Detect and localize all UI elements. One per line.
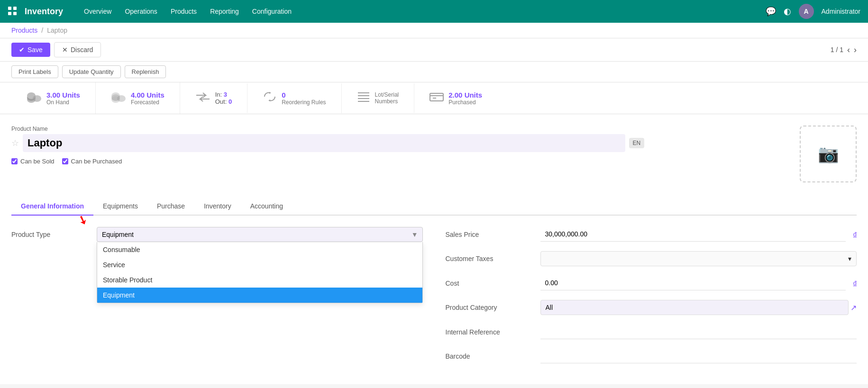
stat-purchased[interactable]: 2.00 Units Purchased	[414, 83, 497, 113]
cost-currency[interactable]: đ	[853, 280, 857, 287]
reorder-icon	[263, 91, 277, 105]
product-category-label: Product Category	[446, 304, 540, 311]
lang-badge[interactable]: EN	[629, 138, 645, 148]
pagination: 1 / 1 ‹ ›	[831, 45, 857, 55]
product-category-select[interactable]: All	[540, 300, 849, 315]
taxes-arrow-icon: ▾	[848, 255, 851, 262]
barcode-label: Barcode	[446, 352, 540, 360]
forecasted-value: 4.00 Units	[131, 91, 164, 99]
stat-in-out[interactable]: In: 3 Out: 0	[180, 83, 247, 113]
product-type-control: Consumable Service Storable Product Equi…	[97, 227, 423, 242]
in-out-values: In: 3 Out: 0	[215, 91, 232, 105]
discard-button[interactable]: ✕ Discard	[54, 42, 101, 57]
check-icon: ✔	[19, 46, 25, 54]
svg-point-7	[33, 95, 41, 102]
tab-left: Product Type Consumable Service Storable…	[11, 227, 423, 373]
purchased-label: Purchased	[448, 99, 482, 106]
tab-content: Product Type Consumable Service Storable…	[11, 216, 857, 384]
product-name-input: EN	[23, 134, 644, 152]
dropdown-list: Consumable Service Storable Product Equi…	[97, 242, 423, 303]
breadcrumb-products[interactable]: Products	[11, 27, 37, 34]
forecasted-icon	[111, 90, 126, 106]
tab-accounting[interactable]: Accounting	[241, 198, 292, 216]
nav-right: 💬 ◐ A Administrator	[766, 4, 860, 19]
lot-serial-values: Lot/SerialNumbers	[375, 91, 399, 105]
on-hand-value: 3.00 Units	[46, 91, 80, 99]
next-button[interactable]: ›	[854, 45, 857, 55]
in-value: In: 3	[215, 91, 232, 98]
stat-reordering[interactable]: 0 Reordering Rules	[247, 83, 341, 113]
out-value: Out: 0	[215, 98, 232, 105]
stat-forecasted[interactable]: 4.00 Units Forecasted	[96, 82, 180, 114]
tab-right: Sales Price đ Customer Taxes ▾ Cost	[446, 227, 857, 373]
dropdown-storable-product[interactable]: Storable Product	[97, 272, 422, 288]
svg-rect-2	[8, 12, 11, 15]
cost-row: Cost đ	[446, 276, 857, 290]
product-type-select[interactable]: Consumable Service Storable Product Equi…	[97, 227, 423, 242]
nav-operations[interactable]: Operations	[119, 5, 163, 18]
update-quantity-button[interactable]: Update Quantity	[62, 65, 121, 78]
app-brand[interactable]: Inventory	[25, 7, 63, 17]
tab-inventory[interactable]: Inventory	[194, 198, 241, 216]
sales-price-input[interactable]	[540, 227, 846, 242]
replenish-button[interactable]: Replenish	[125, 65, 166, 78]
product-section: Product Name ☆ EN Can be Sold Can be Pur…	[11, 126, 857, 190]
can-be-sold-checkbox[interactable]: Can be Sold	[11, 158, 55, 165]
on-hand-label: On Hand	[46, 99, 80, 106]
camera-icon: 📷	[818, 144, 839, 164]
external-link-icon[interactable]: ↗	[850, 303, 857, 312]
on-hand-values: 3.00 Units On Hand	[46, 91, 80, 106]
taxes-field[interactable]: ▾	[540, 251, 857, 266]
transfer-icon	[195, 91, 210, 105]
nav-products[interactable]: Products	[165, 5, 202, 18]
sales-price-row: Sales Price đ	[446, 227, 857, 242]
lot-serial-label: Lot/SerialNumbers	[375, 91, 399, 105]
breadcrumb: Products / Laptop	[0, 23, 868, 38]
save-button[interactable]: ✔ Save	[11, 43, 50, 57]
svg-rect-3	[13, 12, 17, 15]
tab-equipments[interactable]: Equipments	[93, 198, 147, 216]
tab-purchase[interactable]: Purchase	[147, 198, 194, 216]
avatar[interactable]: A	[799, 4, 814, 19]
product-type-row: Product Type Consumable Service Storable…	[11, 227, 423, 242]
barcode-input[interactable]	[540, 349, 857, 363]
product-category-row: Product Category All ↗	[446, 300, 857, 315]
can-be-purchased-checkbox[interactable]: Can be Purchased	[62, 158, 122, 165]
dropdown-service[interactable]: Service	[97, 257, 422, 272]
print-labels-button[interactable]: Print Labels	[11, 65, 58, 78]
chat-icon[interactable]: 💬	[766, 6, 776, 17]
barcode-row: Barcode	[446, 349, 857, 363]
stat-lot-serial[interactable]: Lot/SerialNumbers	[342, 83, 415, 113]
prev-button[interactable]: ‹	[847, 45, 850, 55]
dropdown-equipment[interactable]: Equipment	[97, 288, 422, 303]
product-main: Product Name ☆ EN Can be Sold Can be Pur…	[11, 126, 788, 182]
dropdown-consumable[interactable]: Consumable	[97, 242, 422, 257]
product-image[interactable]: 📷	[800, 126, 857, 182]
svg-rect-0	[8, 7, 11, 10]
breadcrumb-separator: /	[41, 27, 43, 34]
customer-taxes-label: Customer Taxes	[446, 255, 540, 262]
grid-icon[interactable]	[8, 6, 17, 17]
product-name-field[interactable]	[23, 134, 625, 152]
clock-icon[interactable]: ◐	[784, 6, 791, 17]
forecasted-label: Forecasted	[131, 99, 164, 106]
cost-label: Cost	[446, 280, 540, 287]
cost-input[interactable]	[540, 276, 846, 290]
nav-configuration[interactable]: Configuration	[247, 5, 297, 18]
customer-taxes-value: ▾	[540, 251, 857, 266]
nav-overview[interactable]: Overview	[78, 5, 117, 18]
star-icon[interactable]: ☆	[11, 138, 19, 148]
barcode-value	[540, 349, 857, 363]
user-name: Administrator	[822, 8, 860, 15]
on-hand-icon	[27, 90, 42, 106]
product-category-value: All ↗	[540, 300, 857, 315]
stat-on-hand[interactable]: 3.00 Units On Hand	[11, 82, 96, 114]
x-icon: ✕	[62, 46, 68, 54]
sales-price-currency[interactable]: đ	[853, 231, 857, 238]
internal-reference-row: Internal Reference	[446, 325, 857, 339]
internal-reference-input[interactable]	[540, 325, 857, 339]
customer-taxes-row: Customer Taxes ▾	[446, 251, 857, 266]
nav-reporting[interactable]: Reporting	[204, 5, 245, 18]
stats-bar: 3.00 Units On Hand 4.00 Units Forecasted	[0, 82, 868, 114]
product-name-label: Product Name	[11, 126, 788, 132]
